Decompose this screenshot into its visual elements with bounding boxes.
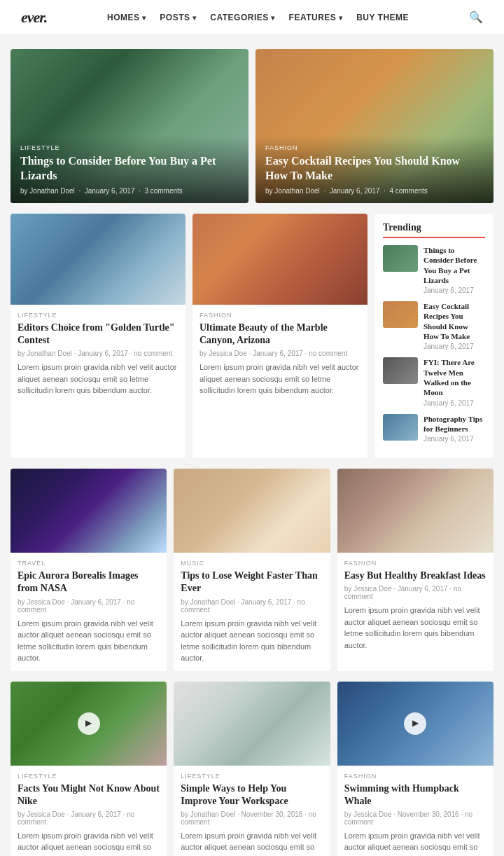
article-excerpt-turtle: Lorem ipsum proin gravida nibh vel velit… bbox=[18, 361, 178, 396]
hero-category-1: LIFESTYLE bbox=[20, 144, 239, 151]
article-category-aurora: TRAVEL bbox=[18, 560, 160, 567]
nav-categories[interactable]: CATEGORIES bbox=[210, 13, 274, 22]
article-meta-breakfast: by Jessica Doe · January 6, 2017 · no co… bbox=[344, 585, 486, 600]
article-meta-turtle: by Jonathan Doel · January 6, 2017 · no … bbox=[18, 350, 178, 357]
trending-title: Trending bbox=[383, 222, 485, 238]
article-card-whale[interactable]: ▶ FASHION Swimming with Humpback Whale b… bbox=[337, 682, 493, 856]
article-title-workspace: Simple Ways to Help You Improve Your Wor… bbox=[181, 782, 323, 808]
article-category-nike: LIFESTYLE bbox=[18, 773, 160, 780]
trending-item-date-0: January 6, 2017 bbox=[424, 287, 485, 294]
hero-overlay-2: FASHION Easy Cocktail Recipes You Should… bbox=[255, 136, 493, 203]
article-excerpt-canyon: Lorem ipsum proin gravida nibh vel velit… bbox=[200, 361, 360, 396]
second-cards: LIFESTYLE Editors Choice from "Golden Tu… bbox=[10, 214, 368, 458]
article-card-nike[interactable]: ▶ LIFESTYLE Facts You Might Not Know Abo… bbox=[10, 682, 167, 856]
row4: ▶ LIFESTYLE Facts You Might Not Know Abo… bbox=[10, 682, 493, 856]
article-excerpt-workspace: Lorem ipsum proin gravida nibh vel velit… bbox=[181, 830, 323, 856]
article-meta-aurora: by Jessica Doe · January 6, 2017 · no co… bbox=[18, 598, 160, 614]
article-meta-nike: by Jessica Doe · January 6, 2017 · no co… bbox=[18, 810, 160, 826]
article-body-workspace: LIFESTYLE Simple Ways to Help You Improv… bbox=[174, 766, 330, 856]
site-logo[interactable]: ever. bbox=[21, 8, 47, 27]
hero-meta-2: by Jonathan Doel · January 6, 2017 · 4 c… bbox=[265, 187, 484, 195]
article-body-breakfast: FASHION Easy But Healthy Breakfast Ideas… bbox=[337, 553, 493, 658]
trending-item-2[interactable]: FYI: There Are Twelve Men Walked on the … bbox=[383, 357, 485, 406]
main-content: LIFESTYLE Things to Consider Before You … bbox=[0, 35, 504, 856]
row3: TRAVEL Epic Aurora Borealis Images from … bbox=[10, 469, 493, 670]
article-excerpt-weight: Lorem ipsum proin gravida nibh vel velit… bbox=[181, 618, 323, 664]
hero-card-1[interactable]: LIFESTYLE Things to Consider Before You … bbox=[10, 49, 248, 203]
article-category-turtle: LIFESTYLE bbox=[18, 312, 178, 319]
article-excerpt-whale: Lorem ipsum proin gravida nibh vel velit… bbox=[344, 830, 486, 856]
article-body-weight: MUSIC Tips to Lose Weight Faster Than Ev… bbox=[174, 553, 330, 670]
hero-card-2[interactable]: FASHION Easy Cocktail Recipes You Should… bbox=[255, 49, 493, 203]
hero-overlay-1: LIFESTYLE Things to Consider Before You … bbox=[10, 136, 248, 203]
navigation: ever. HOMES POSTS CATEGORIES FEATURES BU… bbox=[0, 0, 504, 35]
article-excerpt-nike: Lorem ipsum proin gravida nibh vel velit… bbox=[18, 830, 160, 856]
article-title-breakfast: Easy But Healthy Breakfast Ideas bbox=[344, 569, 486, 582]
trending-item-1[interactable]: Easy Cocktail Recipes You Should Know Ho… bbox=[383, 301, 485, 350]
article-title-whale: Swimming with Humpback Whale bbox=[344, 782, 486, 808]
trending-sidebar: Trending Things to Consider Before You B… bbox=[374, 214, 493, 458]
nav-buy-theme[interactable]: BUY THEME bbox=[356, 13, 409, 22]
second-row: LIFESTYLE Editors Choice from "Golden Tu… bbox=[10, 214, 493, 458]
article-meta-canyon: by Jessica Doe · January 6, 2017 · no co… bbox=[200, 350, 360, 357]
article-title-aurora: Epic Aurora Borealis Images from NASA bbox=[18, 569, 160, 595]
trending-item-date-1: January 6, 2017 bbox=[424, 343, 485, 350]
article-title-turtle: Editors Choice from "Golden Turtle" Cont… bbox=[18, 322, 178, 347]
hero-title-1: Things to Consider Before You Buy a Pet … bbox=[20, 154, 239, 184]
nav-features[interactable]: FEATURES bbox=[289, 13, 343, 22]
article-body-canyon: FASHION Ultimate Beauty of the Marble Ca… bbox=[192, 305, 368, 403]
article-title-nike: Facts You Might Not Know About Nike bbox=[18, 782, 160, 808]
trending-item-title-2: FYI: There Are Twelve Men Walked on the … bbox=[424, 357, 485, 397]
article-card-workspace[interactable]: LIFESTYLE Simple Ways to Help You Improv… bbox=[174, 682, 330, 856]
article-card-turtle[interactable]: LIFESTYLE Editors Choice from "Golden Tu… bbox=[10, 214, 186, 458]
article-excerpt-aurora: Lorem ipsum proin gravida nibh vel velit… bbox=[18, 618, 160, 664]
nav-links: HOMES POSTS CATEGORIES FEATURES BUY THEM… bbox=[107, 13, 409, 22]
hero-title-2: Easy Cocktail Recipes You Should Know Ho… bbox=[265, 154, 484, 184]
article-category-weight: MUSIC bbox=[181, 560, 323, 567]
article-body-turtle: LIFESTYLE Editors Choice from "Golden Tu… bbox=[10, 305, 186, 403]
article-body-nike: LIFESTYLE Facts You Might Not Know About… bbox=[10, 766, 167, 856]
trending-item-date-2: January 6, 2017 bbox=[424, 399, 485, 407]
article-category-canyon: FASHION bbox=[200, 312, 360, 319]
trending-item-0[interactable]: Things to Consider Before You Buy a Pet … bbox=[383, 245, 485, 294]
play-button-whale[interactable]: ▶ bbox=[404, 712, 426, 735]
trending-info-3: Photography Tips for Beginners January 6… bbox=[424, 414, 485, 443]
trending-item-title-1: Easy Cocktail Recipes You Should Know Ho… bbox=[424, 301, 485, 341]
article-meta-whale: by Jessica Doe · November 30, 2016 · no … bbox=[344, 810, 486, 826]
trending-item-date-3: January 6, 2017 bbox=[424, 435, 485, 443]
trending-item-title-3: Photography Tips for Beginners bbox=[424, 414, 485, 434]
nav-posts[interactable]: POSTS bbox=[160, 13, 196, 22]
article-title-canyon: Ultimate Beauty of the Marble Canyon, Ar… bbox=[200, 322, 360, 347]
whale-video-overlay: ▶ bbox=[337, 682, 493, 766]
nike-video-overlay: ▶ bbox=[10, 682, 167, 766]
search-icon[interactable]: 🔍 bbox=[469, 11, 483, 24]
article-body-whale: FASHION Swimming with Humpback Whale by … bbox=[337, 766, 493, 856]
article-category-breakfast: FASHION bbox=[344, 560, 486, 567]
trending-info-2: FYI: There Are Twelve Men Walked on the … bbox=[424, 357, 485, 406]
article-meta-weight: by Jonathan Doel · January 6, 2017 · no … bbox=[181, 598, 323, 614]
trending-info-1: Easy Cocktail Recipes You Should Know Ho… bbox=[424, 301, 485, 350]
trending-item-title-0: Things to Consider Before You Buy a Pet … bbox=[424, 245, 485, 285]
hero-row: LIFESTYLE Things to Consider Before You … bbox=[10, 49, 493, 203]
article-category-whale: FASHION bbox=[344, 773, 486, 780]
trending-item-3[interactable]: Photography Tips for Beginners January 6… bbox=[383, 414, 485, 443]
article-title-weight: Tips to Lose Weight Faster Than Ever bbox=[181, 569, 323, 595]
article-card-breakfast[interactable]: FASHION Easy But Healthy Breakfast Ideas… bbox=[337, 469, 493, 670]
article-body-aurora: TRAVEL Epic Aurora Borealis Images from … bbox=[10, 553, 167, 670]
article-card-canyon[interactable]: FASHION Ultimate Beauty of the Marble Ca… bbox=[192, 214, 368, 458]
article-card-aurora[interactable]: TRAVEL Epic Aurora Borealis Images from … bbox=[10, 469, 167, 670]
trending-info-0: Things to Consider Before You Buy a Pet … bbox=[424, 245, 485, 294]
article-excerpt-breakfast: Lorem ipsum proin gravida nibh vel velit… bbox=[344, 605, 486, 651]
article-card-weight[interactable]: MUSIC Tips to Lose Weight Faster Than Ev… bbox=[174, 469, 330, 670]
hero-meta-1: by Jonathan Doel · January 6, 2017 · 3 c… bbox=[20, 187, 239, 195]
article-category-workspace: LIFESTYLE bbox=[181, 773, 323, 780]
nav-homes[interactable]: HOMES bbox=[107, 13, 146, 22]
play-button-nike[interactable]: ▶ bbox=[78, 712, 100, 735]
article-meta-workspace: by Jonathan Doel · November 30, 2016 · n… bbox=[181, 810, 323, 826]
hero-category-2: FASHION bbox=[265, 144, 484, 151]
